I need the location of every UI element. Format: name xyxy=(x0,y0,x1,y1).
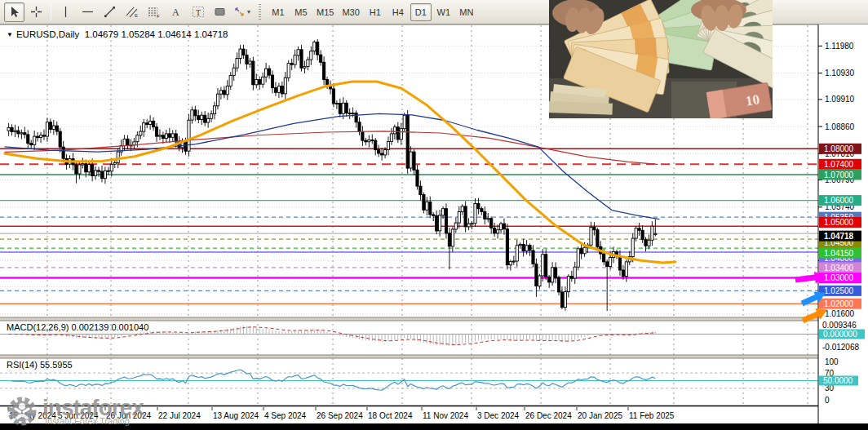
crosshair-tool-button[interactable] xyxy=(26,2,46,22)
level-label-1.07400[interactable]: 1.07400 xyxy=(819,159,861,170)
fibonacci-tool-button[interactable]: F xyxy=(144,2,164,22)
candle xyxy=(400,129,402,140)
candle xyxy=(236,59,238,69)
candle xyxy=(567,277,569,292)
instaforex-logo: instaforex Instant Forex Trading xyxy=(5,394,144,428)
candle xyxy=(155,127,157,136)
timeframe-d1-button[interactable]: D1 xyxy=(410,3,432,21)
candle xyxy=(631,238,634,257)
candle xyxy=(113,162,116,164)
text-tool-button[interactable]: A xyxy=(166,2,186,22)
trading-platform-window: EFAT▾M1M5M15M30H1H4D1W1MN 15 May 20245 J… xyxy=(0,0,868,430)
candle xyxy=(20,133,23,134)
cursor-tool-button[interactable] xyxy=(4,2,24,22)
chart-dropdown-icon[interactable]: ▼ xyxy=(7,31,13,38)
date-label: 3 Dec 2024 xyxy=(477,411,520,420)
level-label-1.08000[interactable]: 1.08000 xyxy=(819,144,861,154)
level-label-1.05000[interactable]: 1.05000 xyxy=(819,217,861,228)
timeframe-mn-button[interactable]: MN xyxy=(456,3,477,21)
candle xyxy=(429,202,432,215)
candle xyxy=(368,140,370,142)
shapes-tool-button[interactable] xyxy=(210,2,230,22)
candle xyxy=(323,62,326,79)
candle xyxy=(88,165,91,172)
candle xyxy=(59,131,61,147)
date-label: 26 Sep 2024 xyxy=(317,411,363,420)
candle xyxy=(426,202,428,211)
svg-text:E: E xyxy=(135,13,138,18)
candle xyxy=(252,61,255,85)
candle xyxy=(297,50,299,55)
candle xyxy=(490,219,493,228)
trendline-tool-button[interactable] xyxy=(100,2,120,22)
level-label-1.02500[interactable]: 1.02500 xyxy=(819,286,861,296)
candle xyxy=(410,152,412,168)
candle xyxy=(232,68,235,75)
candle xyxy=(184,142,187,151)
level-label-1.06000[interactable]: 1.06000 xyxy=(819,195,861,206)
candle xyxy=(123,139,126,145)
candle xyxy=(403,115,405,129)
candle xyxy=(557,277,560,292)
timeframe-m1-button[interactable]: M1 xyxy=(268,3,289,21)
level-label-1.07000[interactable]: 1.07000 xyxy=(819,169,861,180)
red-note-value: 10 xyxy=(745,91,761,109)
timeframe-h1-button[interactable]: H1 xyxy=(365,3,386,21)
dropdown-caret-icon[interactable]: ▾ xyxy=(247,8,250,16)
candle xyxy=(188,120,190,151)
candle xyxy=(348,113,351,114)
candle xyxy=(46,122,48,136)
text-label-tool-button[interactable]: T xyxy=(188,2,208,22)
candle xyxy=(464,206,467,227)
candle xyxy=(451,229,454,246)
timeframe-m15-button[interactable]: M15 xyxy=(313,3,337,21)
candle xyxy=(326,80,329,86)
price-tick-label: 1.11980 xyxy=(825,42,854,51)
money-photo: 50 xyxy=(549,0,773,118)
candle xyxy=(277,86,280,92)
candle xyxy=(448,233,450,246)
candle xyxy=(342,103,344,113)
timeframe-h4-button[interactable]: H4 xyxy=(388,3,409,21)
date-label: 11 Nov 2024 xyxy=(423,411,468,420)
candle xyxy=(574,267,576,278)
level-label-1.03000[interactable]: 1.03000 xyxy=(819,273,861,283)
candle xyxy=(441,209,444,215)
candle xyxy=(171,134,174,137)
candle xyxy=(635,228,637,238)
toolbar-grip[interactable] xyxy=(257,4,263,20)
candle xyxy=(622,270,624,277)
candle xyxy=(358,122,361,132)
candle xyxy=(516,246,518,261)
candle xyxy=(603,254,605,262)
candle xyxy=(484,212,486,219)
level-label-1.04150[interactable]: 1.04150 xyxy=(819,248,861,259)
arrows-tool-button[interactable]: ▾ xyxy=(232,2,252,22)
horizontal-line-tool-button[interactable] xyxy=(78,2,98,22)
candle xyxy=(609,258,612,267)
candle xyxy=(503,224,505,229)
candle xyxy=(509,262,512,265)
equidistant-channel-tool-button[interactable]: E xyxy=(122,2,142,22)
candle xyxy=(454,223,457,229)
candle xyxy=(265,69,268,77)
candle xyxy=(625,262,627,277)
timeframe-w1-button[interactable]: W1 xyxy=(433,3,454,21)
level-label-1.03400[interactable]: 1.03400 xyxy=(819,262,861,273)
logo-tagline: Instant Forex Trading xyxy=(42,416,144,426)
candle xyxy=(75,165,78,174)
candle xyxy=(390,134,392,142)
candle xyxy=(97,171,100,171)
timeframe-m30-button[interactable]: M30 xyxy=(339,3,362,21)
candle xyxy=(548,277,551,282)
level-label-1.02000[interactable]: 1.02000 xyxy=(819,299,861,309)
timeframe-m5-button[interactable]: M5 xyxy=(290,3,312,21)
candle xyxy=(7,127,10,131)
candle xyxy=(104,171,106,179)
candle xyxy=(213,106,215,114)
candle xyxy=(487,219,489,219)
candle xyxy=(542,255,544,276)
candle xyxy=(194,110,197,116)
vertical-line-tool-button[interactable] xyxy=(55,2,76,22)
candle xyxy=(644,240,647,246)
